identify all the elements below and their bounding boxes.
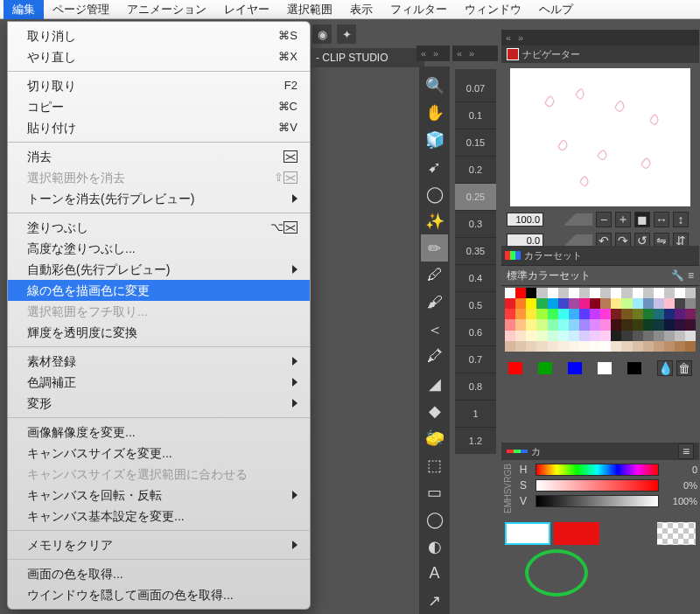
color-swatch[interactable] (664, 331, 675, 341)
color-swatch[interactable] (633, 309, 643, 319)
color-swatch[interactable] (515, 309, 526, 319)
color-swatch[interactable] (526, 288, 536, 298)
color-swatch[interactable] (536, 319, 547, 330)
color-swatch[interactable] (579, 288, 590, 298)
menu-view[interactable]: 表示 (341, 0, 382, 19)
menu-item[interactable]: やり直し⌘X (8, 46, 310, 67)
tool-ellipse[interactable]: ◯ (421, 180, 448, 207)
background-color[interactable] (554, 522, 599, 545)
brush-size-option[interactable]: 0.8 (455, 373, 496, 400)
color-swatch[interactable] (654, 341, 664, 352)
mode-hsv-label[interactable]: HSV (503, 483, 513, 501)
color-swatch[interactable] (621, 298, 632, 309)
color-swatch[interactable] (675, 331, 685, 341)
color-swatch[interactable] (654, 331, 664, 341)
menu-help[interactable]: ヘルプ (530, 0, 582, 19)
color-swatch[interactable] (675, 288, 685, 298)
color-swatch[interactable] (579, 341, 590, 352)
color-swatch[interactable] (558, 331, 569, 341)
menu-item[interactable]: 素材登録 (8, 351, 310, 372)
color-swatch[interactable] (675, 298, 685, 309)
menu-item[interactable]: キャンバスサイズを変更... (8, 443, 310, 464)
tool-magic[interactable]: ✨ (421, 207, 448, 234)
color-swatch[interactable] (633, 341, 643, 352)
color-swatch[interactable] (643, 331, 654, 341)
color-swatch[interactable] (515, 288, 526, 298)
color-swatch[interactable] (558, 309, 569, 319)
menu-item[interactable]: 色調補正 (8, 372, 310, 393)
menu-item[interactable]: 画面の色を取得... (8, 563, 310, 584)
menu-item[interactable]: キャンバスを回転・反転 (8, 485, 310, 506)
color-swatch[interactable] (515, 319, 526, 330)
menu-item[interactable]: 高度な塗りつぶし... (8, 238, 310, 259)
menu-edit[interactable]: 編集 (4, 0, 44, 19)
menu-item[interactable]: 取り消し⌘S (8, 25, 310, 46)
color-swatch[interactable] (558, 298, 569, 309)
color-swatch[interactable] (654, 288, 664, 298)
menu-page[interactable]: ページ管理 (44, 0, 118, 19)
color-swatch[interactable] (590, 341, 600, 352)
tool-shape-ellipse[interactable]: ◯ (421, 506, 448, 533)
navigator-thumbnail[interactable] (510, 68, 690, 206)
menu-item[interactable]: メモリをクリア (8, 534, 310, 555)
arrow-icon[interactable]: « (454, 48, 465, 59)
menu-layer[interactable]: レイヤー (215, 0, 278, 19)
tool-marker[interactable]: 🖍 (421, 343, 448, 370)
menu-item[interactable]: 自動彩色(先行プレビュー) (8, 259, 310, 280)
slider-bar[interactable] (536, 479, 659, 492)
tool-text[interactable]: A (421, 560, 448, 587)
color-swatch[interactable] (600, 319, 611, 330)
color-swatch[interactable] (611, 309, 621, 319)
arrow-icon[interactable]: « (503, 32, 514, 43)
arrow-icon[interactable]: » (515, 32, 526, 43)
menu-filter[interactable]: フィルター (382, 0, 456, 19)
color-swatch[interactable] (675, 319, 685, 330)
slider-bar[interactable] (536, 495, 659, 507)
color-swatch[interactable] (675, 341, 685, 352)
zoom-slider[interactable] (547, 213, 592, 226)
brush-size-option[interactable]: 0.2 (455, 156, 496, 183)
menu-item[interactable]: 切り取りF2 (8, 75, 310, 96)
droplet-icon[interactable]: 💧 (657, 360, 673, 376)
color-swatch[interactable] (505, 331, 515, 341)
menu-item[interactable]: 塗りつぶし⌥ (8, 217, 310, 238)
color-swatch[interactable] (536, 309, 547, 319)
color-swatch[interactable] (569, 319, 579, 330)
color-swatch[interactable] (621, 341, 632, 352)
menu-item[interactable]: 貼り付け⌘V (8, 117, 310, 138)
color-swatch[interactable] (621, 319, 632, 330)
menu-item[interactable]: 消去 (8, 146, 310, 167)
color-swatch[interactable] (590, 298, 600, 309)
brush-size-option[interactable]: 1 (455, 400, 496, 427)
color-swatch[interactable] (569, 288, 579, 298)
colorset-select[interactable]: 標準カラーセット 🔧 ≡ (501, 265, 699, 286)
color-swatch[interactable] (633, 319, 643, 330)
color-swatch[interactable] (600, 341, 611, 352)
color-swatch[interactable] (664, 309, 675, 319)
color-swatch[interactable] (579, 319, 590, 330)
color-swatch[interactable] (548, 309, 558, 319)
brush-size-option[interactable]: 0.5 (455, 291, 496, 318)
tool-gradient[interactable]: ◆ (421, 397, 448, 424)
tool-pen[interactable]: 🖊 (421, 262, 448, 289)
color-swatch[interactable] (558, 288, 569, 298)
color-swatch[interactable] (685, 288, 696, 298)
color-swatch[interactable] (515, 298, 526, 309)
color-swatch[interactable] (548, 331, 558, 341)
color-swatch[interactable] (643, 288, 654, 298)
color-swatch[interactable] (536, 331, 547, 341)
color-swatch[interactable] (548, 341, 558, 352)
color-swatch[interactable] (536, 298, 547, 309)
color-swatch[interactable] (611, 319, 621, 330)
color-swatch[interactable] (611, 288, 621, 298)
color-swatch[interactable] (590, 309, 600, 319)
tool-blend[interactable]: ◐ (421, 533, 448, 560)
menu-selection[interactable]: 選択範囲 (278, 0, 341, 19)
tool-arrow[interactable]: ➹ (421, 153, 448, 180)
color-swatch[interactable] (526, 331, 536, 341)
color-swatch[interactable] (643, 298, 654, 309)
slider-bar[interactable] (536, 464, 659, 476)
color-swatch[interactable] (590, 288, 600, 298)
fit-screen-button[interactable]: ◼ (634, 212, 650, 227)
quick-color[interactable] (598, 362, 612, 374)
